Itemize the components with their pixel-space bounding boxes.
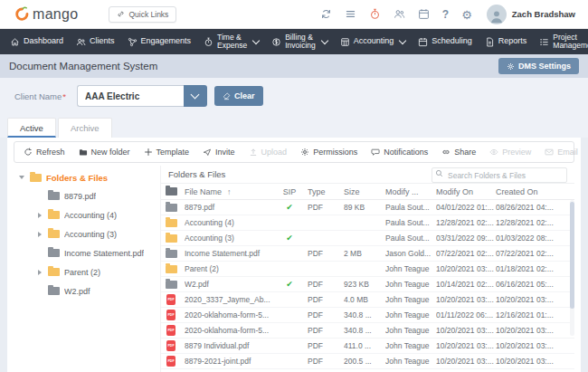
users-icon[interactable] xyxy=(394,8,405,20)
clear-button[interactable]: Clear xyxy=(214,86,263,106)
dms-settings-button[interactable]: DMS Settings xyxy=(498,58,579,74)
column-created-on[interactable]: Created On xyxy=(496,187,574,196)
help-icon[interactable]: ? xyxy=(442,8,449,21)
column-modified-by[interactable]: Modify ... xyxy=(385,187,436,196)
modified-by: Paula Sout... xyxy=(385,203,436,212)
calendar-icon xyxy=(418,37,428,47)
nav-item-dashboard[interactable]: Dashboard xyxy=(4,29,70,54)
tree-item[interactable]: Accounting (3) xyxy=(17,224,160,243)
nav-label: Time & Expense xyxy=(217,33,247,50)
file-type: PDF xyxy=(308,280,344,289)
email-button[interactable]: Email xyxy=(545,148,578,157)
tree-item[interactable]: Parent (2) xyxy=(17,262,160,281)
sip-check-icon xyxy=(275,203,308,212)
tab-archive[interactable]: Archive xyxy=(58,118,112,138)
sip-check-icon xyxy=(275,234,308,243)
table-row[interactable]: W2.pdf PDF 923 KB John Teague 10/14/2021… xyxy=(161,277,574,292)
search-input[interactable] xyxy=(432,167,567,183)
nav-label: Reports xyxy=(498,37,527,45)
nav-item-reports[interactable]: Reports xyxy=(479,29,534,54)
tree-item[interactable]: Income Statement.pdf xyxy=(17,243,160,262)
invite-button[interactable]: Invite xyxy=(203,148,235,157)
refresh-icon xyxy=(24,148,33,157)
column-type[interactable]: Type xyxy=(308,187,344,196)
calendar-icon[interactable] xyxy=(418,8,430,20)
scrollbar-thumb[interactable] xyxy=(570,202,574,309)
quick-links-button[interactable]: Quick Links xyxy=(109,6,176,23)
nav-item-project-management[interactable]: Project Management xyxy=(533,29,588,54)
table-row[interactable]: 2020-oklahoma-form-5... PDF 340.8 ... Jo… xyxy=(161,308,574,323)
top-header: mango Quick Links xyxy=(0,0,588,29)
notifications-button[interactable]: Notifications xyxy=(371,148,428,157)
timer-icon[interactable] xyxy=(369,8,381,20)
template-button[interactable]: Template xyxy=(144,148,190,157)
tree-item[interactable]: W2.pdf xyxy=(17,281,160,300)
tree-item-label: W2.pdf xyxy=(64,287,90,296)
column-sip[interactable]: SIP xyxy=(275,187,308,196)
file-type-icon xyxy=(166,265,177,273)
tab-active[interactable]: Active xyxy=(7,118,56,138)
table-row[interactable]: 2020-oklahoma-form-5... PDF 340.8 ... Jo… xyxy=(161,323,574,339)
grid-panel-title: Folders & Files xyxy=(168,169,225,179)
nav-item-billing-invoicing[interactable]: Billing & Invoicing xyxy=(265,29,334,54)
client-name-input[interactable] xyxy=(77,85,184,107)
column-file-name[interactable]: File Name↑ xyxy=(185,187,275,196)
content-card: Refresh New folder Template Invite Uploa… xyxy=(7,138,581,372)
nav-item-engagements[interactable]: Engagements xyxy=(121,29,198,54)
nav-item-scheduling[interactable]: Scheduling xyxy=(412,29,479,54)
column-modified-on[interactable]: Modify On xyxy=(436,187,496,196)
column-size[interactable]: Size xyxy=(344,187,385,196)
user-menu[interactable]: Zach Bradshaw xyxy=(487,5,575,24)
folder-icon xyxy=(48,211,60,219)
file-type-icon xyxy=(166,219,177,227)
modified-by: John Teague xyxy=(385,310,436,320)
nav-item-accounting[interactable]: Accounting xyxy=(334,29,413,54)
nav-label: Project Management xyxy=(553,33,588,50)
dms-toolbar: Refresh New folder Template Invite Uploa… xyxy=(14,141,574,163)
table-row[interactable]: Accounting (4) Paula Sout... 12/28/2021 … xyxy=(161,215,574,231)
file-type-icon xyxy=(166,234,177,243)
file-name: 2020_3337_Jayme_Ab... xyxy=(185,295,275,304)
folder-icon xyxy=(166,187,177,196)
table-row[interactable]: Parent (2) John Teague 10/20/2021 03:...… xyxy=(161,262,574,277)
table-row[interactable]: 8879 Individual.pdf PDF 411.0 ... John T… xyxy=(161,339,574,354)
modified-by: Paula Sout... xyxy=(385,218,436,227)
modified-on: 10/20/2021 03:... xyxy=(436,326,496,335)
modified-by: John Teague xyxy=(385,341,436,350)
table-row[interactable]: 8879-2021-joint.pdf PDF 200.5 ... John T… xyxy=(161,354,574,369)
clear-label: Clear xyxy=(234,91,255,100)
refresh-button[interactable]: Refresh xyxy=(24,148,65,157)
chevron-icon xyxy=(35,249,43,257)
folder-icon xyxy=(48,287,60,295)
file-type-icon xyxy=(166,356,175,367)
dms-panels: Folders & Files 8879.pdf Accounting (4) … xyxy=(14,166,574,372)
table-row[interactable]: 8879.pdf PDF 89 KB Paula Sout... 04/01/2… xyxy=(161,200,574,215)
permissions-button[interactable]: Permissions xyxy=(300,148,357,157)
preview-button[interactable]: Preview xyxy=(489,148,531,157)
modified-by: John Teague xyxy=(385,326,436,335)
select-chevron-button[interactable] xyxy=(184,85,207,107)
upload-icon xyxy=(249,148,258,157)
table-row[interactable]: Accounting (3) Paula Sout... 03/31/2022 … xyxy=(161,231,574,246)
tree-item[interactable]: Accounting (4) xyxy=(17,205,160,224)
nav-item-clients[interactable]: Clients xyxy=(70,29,121,54)
table-row[interactable]: Income Statement.pdf PDF 2 MB Jason Gold… xyxy=(161,246,574,262)
share-button[interactable]: Share xyxy=(441,148,476,157)
table-row[interactable]: 2020_3337_Jayme_Ab... PDF 4.0 MB John Te… xyxy=(161,292,574,308)
new-folder-button[interactable]: New folder xyxy=(79,148,130,157)
upload-button[interactable]: Upload xyxy=(249,148,288,157)
tree-root-folders-files[interactable]: Folders & Files xyxy=(17,168,160,186)
folder-icon xyxy=(30,174,42,182)
mango-logo[interactable]: mango xyxy=(14,6,78,23)
menu-icon[interactable] xyxy=(345,8,356,20)
sync-icon[interactable] xyxy=(320,8,332,20)
file-size: 923 KB xyxy=(344,280,385,289)
search-box xyxy=(432,166,567,184)
billing-icon xyxy=(271,37,281,47)
created-on: 08/26/2021 04:... xyxy=(496,203,574,212)
nav-label: Clients xyxy=(90,37,115,45)
tree-item[interactable]: 8879.pdf xyxy=(17,186,160,205)
created-on: 12/28/2021 02:... xyxy=(496,218,574,227)
settings-gear-icon[interactable] xyxy=(461,6,472,23)
nav-item-time-expense[interactable]: Time & Expense xyxy=(197,29,265,54)
